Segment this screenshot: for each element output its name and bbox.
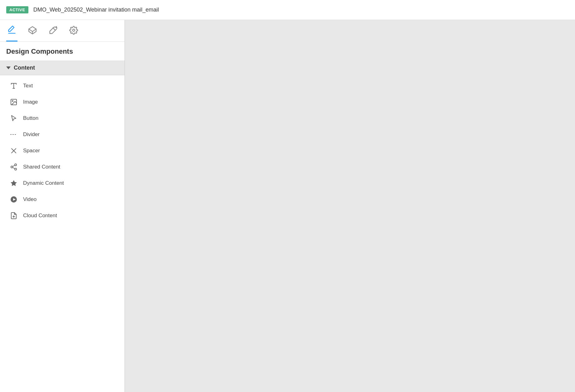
sidebar: Design Components Content Text	[0, 20, 125, 392]
component-item-image[interactable]: Image	[0, 94, 125, 110]
component-item-shared-content[interactable]: Shared Content	[0, 159, 125, 175]
main-layout: Design Components Content Text	[0, 20, 575, 392]
dynamic-content-icon	[9, 179, 18, 188]
text-icon	[9, 81, 18, 90]
cloud-content-icon	[9, 211, 18, 220]
brush-icon	[49, 26, 57, 36]
design-components-heading: Design Components	[0, 42, 125, 61]
image-icon	[9, 98, 18, 106]
component-label-shared-content: Shared Content	[23, 164, 60, 170]
component-label-image: Image	[23, 99, 38, 105]
component-label-dynamic-content: Dynamic Content	[23, 180, 64, 186]
svg-point-9	[12, 100, 13, 101]
header-title: DMO_Web_202502_Webinar invitation mail_e…	[33, 7, 159, 13]
tab-design[interactable]	[6, 20, 17, 42]
component-label-button: Button	[23, 115, 38, 121]
tab-style[interactable]	[47, 20, 59, 42]
svg-marker-0	[9, 26, 14, 32]
category-content[interactable]: Content	[0, 61, 125, 75]
active-badge: ACTIVE	[6, 6, 28, 13]
tab-settings[interactable]	[68, 20, 79, 42]
button-icon	[9, 114, 18, 123]
header-bar: ACTIVE DMO_Web_202502_Webinar invitation…	[0, 0, 575, 20]
svg-line-19	[13, 165, 15, 167]
tab-structure[interactable]	[27, 20, 38, 42]
svg-line-18	[13, 168, 15, 169]
component-item-spacer[interactable]: Spacer	[0, 143, 125, 159]
component-item-video[interactable]: Video	[0, 191, 125, 208]
component-label-divider: Divider	[23, 131, 40, 138]
svg-line-4	[53, 28, 55, 30]
component-item-dynamic-content[interactable]: Dynamic Content	[0, 175, 125, 191]
expand-triangle-icon	[6, 66, 11, 69]
canvas-area	[125, 20, 575, 392]
svg-marker-20	[11, 180, 17, 186]
toolbar-tabs	[0, 20, 125, 42]
shared-content-icon	[9, 163, 18, 171]
component-label-text: Text	[23, 83, 33, 89]
component-label-video: Video	[23, 196, 37, 203]
pencil-icon	[7, 25, 16, 35]
svg-point-5	[73, 29, 75, 31]
spacer-icon	[9, 146, 18, 155]
component-item-button[interactable]: Button	[0, 110, 125, 126]
video-icon	[9, 195, 18, 204]
cube-icon	[28, 26, 37, 36]
component-list: Text Image	[0, 75, 125, 226]
component-label-spacer: Spacer	[23, 148, 40, 154]
divider-icon	[9, 130, 18, 139]
component-item-text[interactable]: Text	[0, 78, 125, 94]
component-item-divider[interactable]: Divider	[0, 126, 125, 143]
category-content-label: Content	[14, 65, 35, 71]
gear-icon	[69, 26, 78, 36]
component-item-cloud-content[interactable]: Cloud Content	[0, 208, 125, 224]
component-label-cloud-content: Cloud Content	[23, 213, 57, 219]
